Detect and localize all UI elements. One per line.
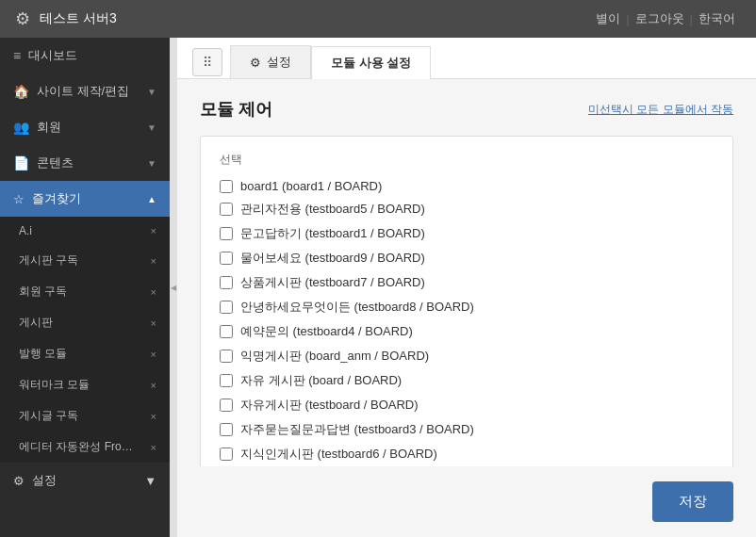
sidebar-favorite-watermark-module[interactable]: 워터마크 모듈 × [0,369,170,400]
save-button[interactable]: 저장 [652,481,733,522]
chevron-icon: ▼ [147,158,156,169]
module-checkbox-reservation[interactable] [220,325,233,338]
tab-settings[interactable]: ⚙ 설정 [230,45,311,78]
module-item-ask: 물어보세요 (testboard9 / BOARD) [216,248,717,268]
module-checkbox-qna[interactable] [220,227,233,240]
chevron-up-icon: ▲ [147,194,156,204]
sidebar-favorite-ai[interactable]: A.i × [0,217,170,245]
chevron-icon: ▼ [147,122,156,133]
module-label-anonymous: 익명게시판 (board_anm / BOARD) [240,348,429,365]
module-item-qna: 문고답하기 (testboard1 / BOARD) [216,223,717,244]
module-item-hello: 안녕하세요무엇이든 (testboard8 / BOARD) [216,297,717,317]
settings-tab-icon: ⚙ [250,56,261,70]
module-label-shop: 상품게시판 (testboard7 / BOARD) [240,274,425,291]
module-label-reservation: 예약문의 (testboard4 / BOARD) [240,323,413,340]
sidebar-favorite-editor-autocomplete[interactable]: 에디터 자동완성 Fro… × [0,431,170,463]
select-label: 선택 [220,153,242,166]
module-checkbox-free2[interactable] [220,399,233,412]
module-header: 모듈 제어 미선택시 모든 모듈에서 작동 [200,98,733,121]
sidebar-label-content: 콘텐츠 [37,155,74,171]
module-label-free: 자유 게시판 (board / BOARD) [240,372,402,389]
module-label-ask: 물어보세요 (testboard9 / BOARD) [240,250,425,267]
sidebar-favorite-post-subscribe[interactable]: 게시글 구독 × [0,400,170,431]
grid-button[interactable]: ⠿ [192,48,222,76]
settings-label: 설정 [32,472,57,489]
remove-favorite-board[interactable]: × [151,317,156,329]
sidebar-item-settings[interactable]: ⚙ 설정 ▼ [0,463,170,498]
content-icon: 📄 [13,155,29,171]
remove-favorite-editor-autocomplete[interactable]: × [151,442,156,453]
module-item-faq: 자주묻는질문과답변 (testboard3 / BOARD) [216,419,717,440]
sidebar-item-dashboard[interactable]: ≡ 대시보드 [0,38,170,73]
module-list-header: 선택 [216,152,717,168]
sidebar-item-member[interactable]: 👥 회원 ▼ [0,109,170,145]
sidebar-favorite-member-subscribe[interactable]: 회원 구독 × [0,276,170,307]
sidebar-label-member: 회원 [37,119,61,136]
tab-bar: ⠿ ⚙ 설정 모듈 사용 설정 [177,38,756,79]
resize-handle[interactable] [170,38,177,537]
module-settings-tab-label: 모듈 사용 설정 [331,55,411,72]
remove-favorite-ai[interactable]: × [151,225,156,236]
module-item-free: 자유 게시판 (board / BOARD) [216,370,717,391]
module-checkbox-faq[interactable] [220,423,233,436]
module-label-knowledge: 지식인게시판 (testboard6 / BOARD) [240,446,437,463]
members-icon: 👥 [13,120,29,135]
module-label-qna: 문고답하기 (testboard1 / BOARD) [240,225,425,242]
module-item-reservation: 예약문의 (testboard4 / BOARD) [216,321,717,342]
star-icon: ☆ [13,192,25,206]
module-checkbox-admin[interactable] [220,203,233,216]
module-items: board1 (board1 / BOARD) 관리자전용 (testboard… [216,177,717,466]
module-item-admin: 관리자전용 (testboard5 / BOARD) [216,199,717,220]
module-checkbox-free[interactable] [220,374,233,387]
sidebar-label-dashboard: 대시보드 [28,47,77,64]
module-item-free2: 자유게시판 (testboard / BOARD) [216,395,717,415]
favorite-label-watermark-module: 워터마크 모듈 [19,377,90,393]
remove-favorite-watermark-module[interactable]: × [151,380,156,391]
module-label-faq: 자주묻는질문과답변 (testboard3 / BOARD) [240,421,474,438]
sidebar-favorite-board[interactable]: 게시판 × [0,307,170,338]
gear-icon: ⚙ [15,8,30,29]
module-checkbox-hello[interactable] [220,301,233,314]
remove-favorite-post-subscribe[interactable]: × [151,411,156,422]
remove-favorite-publish-module[interactable]: × [151,349,156,360]
sidebar-item-site-edit[interactable]: 🏠 사이트 제작/편집 ▼ [0,73,170,109]
sidebar: ≡ 대시보드 🏠 사이트 제작/편집 ▼ 👥 회원 ▼ 📄 콘텐츠 [0,38,170,537]
server-name: 테스트 서버3 [40,10,117,27]
header-right: 별이 | 로그아웃 | 한국어 [590,10,741,27]
remove-favorite-board-subscribe[interactable]: × [151,255,156,267]
sidebar-item-content[interactable]: 📄 콘텐츠 ▼ [0,145,170,181]
settings-icon: ⚙ [13,474,25,488]
nav-user[interactable]: 별이 [590,10,626,27]
module-item-shop: 상품게시판 (testboard7 / BOARD) [216,272,717,293]
favorite-label-publish-module: 발행 모듈 [19,346,67,362]
sidebar-favorite-publish-module[interactable]: 발행 모듈 × [0,338,170,369]
module-checkbox-board1[interactable] [220,180,233,193]
module-label-hello: 안녕하세요무엇이든 (testboard8 / BOARD) [240,299,474,316]
home-icon: 🏠 [13,84,29,99]
page-body: 모듈 제어 미선택시 모든 모듈에서 작동 선택 board1 (board1 … [177,79,756,466]
favorite-label-post-subscribe: 게시글 구독 [19,408,78,424]
sidebar-label-site-edit: 사이트 제작/편집 [37,83,129,100]
save-area: 저장 [177,466,756,537]
chevron-icon: ▼ [147,87,156,97]
main-content: ⠿ ⚙ 설정 모듈 사용 설정 모듈 제어 미선택시 모든 모듈에서 작동 선택 [177,38,756,537]
module-item-board1: board1 (board1 / BOARD) [216,177,717,195]
nav-logout[interactable]: 로그아웃 [630,10,690,27]
module-action-link[interactable]: 미선택시 모든 모듈에서 작동 [588,102,733,118]
remove-favorite-member-subscribe[interactable]: × [151,286,156,298]
sidebar-item-favorites[interactable]: ☆ 즐겨찾기 ▲ [0,181,170,217]
favorite-label-board: 게시판 [19,315,53,331]
module-label-board1: board1 (board1 / BOARD) [240,179,382,193]
module-checkbox-ask[interactable] [220,252,233,265]
module-item-anonymous: 익명게시판 (board_anm / BOARD) [216,346,717,366]
tab-module-settings[interactable]: 모듈 사용 설정 [311,46,431,79]
chevron-down-icon: ▼ [144,474,156,488]
favorite-label-editor-autocomplete: 에디터 자동완성 Fro… [19,439,133,455]
favorite-label-member-subscribe: 회원 구독 [19,284,67,300]
nav-lang[interactable]: 한국어 [693,10,741,27]
module-checkbox-knowledge[interactable] [220,448,233,461]
sidebar-favorite-board-subscribe[interactable]: 게시판 구독 × [0,245,170,276]
module-checkbox-anonymous[interactable] [220,350,233,363]
module-checkbox-shop[interactable] [220,276,233,289]
favorite-label-board-subscribe: 게시판 구독 [19,252,78,268]
